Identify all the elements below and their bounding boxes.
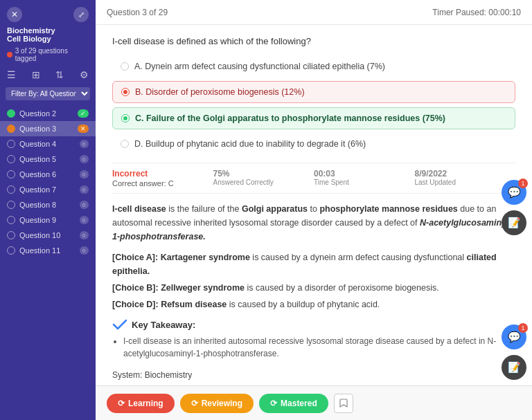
key-takeaway: Key Takeaway: I-cell disease is an inher…: [112, 318, 515, 360]
sidebar-item-q6[interactable]: Question 6 ○: [0, 167, 96, 182]
q8-status-icon: [7, 201, 15, 209]
sidebar-header: ✕ ⤢: [0, 0, 96, 26]
stat-time: 00:03 Time Spent: [314, 169, 415, 186]
q2-badge: ✓: [78, 109, 89, 118]
sidebar-item-q8[interactable]: Question 8 ○: [0, 197, 96, 212]
bottom-bar: ⟳ Learning ⟳ Reviewing ⟳ Mastered: [96, 385, 532, 420]
sidebar-item-q3[interactable]: Question 3 ✕: [0, 121, 96, 136]
q7-status-icon: [7, 185, 15, 194]
q5-label: Question 5: [19, 155, 56, 163]
answer-option-b[interactable]: B. Disorder of peroxisome biogenesis (12…: [112, 81, 515, 103]
radio-c: [121, 114, 130, 122]
badge-text: 3 of 29 questions tagged: [15, 47, 89, 62]
answer-option-c[interactable]: C. Failure of the Golgi apparatus to pho…: [112, 107, 515, 129]
q3-status-icon: [7, 125, 15, 133]
grid-view-button[interactable]: ⊞: [30, 68, 42, 82]
timer-display: Timer Paused: 00:00:10: [432, 8, 521, 17]
settings-button[interactable]: ⚙: [78, 68, 90, 82]
time-sub: Time Spent: [314, 179, 415, 186]
percent-value: 75%: [213, 169, 314, 179]
result-label: Incorrect: [112, 169, 213, 179]
sidebar-item-q10[interactable]: Question 10 ○: [0, 228, 96, 243]
time-value: 00:03: [314, 169, 415, 179]
choice-d-explanation: [Choice D]: Refsum disease is caused by …: [112, 298, 515, 311]
content-wrap: Question 3 of 29 Timer Paused: 00:00:10 …: [96, 0, 532, 420]
q3-badge: ✕: [78, 125, 89, 133]
correct-answer-label: Correct answer: C: [112, 179, 213, 188]
q11-label: Question 11: [19, 246, 60, 255]
bookmark-icon: [339, 399, 348, 408]
sidebar-item-q5[interactable]: Question 5 ○: [0, 152, 96, 167]
q6-status-icon: [7, 170, 15, 179]
answer-a-text: A. Dynein arm defect causing dysfunction…: [134, 62, 385, 71]
mastered-icon: ⟳: [270, 399, 277, 408]
key-takeaway-item: I-cell disease is an inherited autosomal…: [123, 335, 515, 360]
q10-label: Question 10: [19, 231, 60, 239]
list-view-button[interactable]: ☰: [6, 68, 17, 82]
radio-a: [121, 62, 129, 71]
sidebar-item-q2[interactable]: Question 2 ✓: [0, 106, 96, 121]
system-label: System: Biochemistry: [112, 368, 515, 383]
question-text: I-cell disease is defined as which of th…: [112, 36, 515, 46]
stat-date: 8/9/2022 Last Updated: [415, 169, 516, 186]
answer-option-d[interactable]: D. Buildup of phytanic acid due to inabi…: [112, 134, 515, 154]
q2-label: Question 2: [19, 109, 56, 118]
sidebar-icon-row: ☰ ⊞ ⇅ ⚙: [0, 65, 96, 84]
q7-label: Question 7: [19, 185, 56, 194]
q6-badge: ○: [80, 170, 89, 179]
float-buttons-mid: 💬 1 📝: [502, 180, 526, 235]
mastered-button[interactable]: ⟳ Mastered: [259, 394, 328, 413]
date-sub: Last Updated: [415, 179, 516, 186]
q3-label: Question 3: [19, 125, 56, 133]
sidebar-title: Biochemistry Cell Biology: [0, 26, 96, 44]
sidebar-item-q4[interactable]: Question 4 ○: [0, 136, 96, 152]
reviewing-icon: ⟳: [191, 399, 198, 408]
note-float-button-2[interactable]: 📝: [502, 355, 526, 380]
system-subject: System: Biochemistry Subject: Cell Biolo…: [112, 368, 515, 385]
q6-label: Question 6: [19, 170, 56, 179]
learning-icon: ⟳: [118, 399, 125, 408]
key-takeaway-title: Key Takeaway:: [112, 318, 515, 331]
q7-badge: ○: [80, 185, 89, 194]
q9-status-icon: [7, 216, 15, 224]
radio-b: [121, 88, 130, 96]
answer-option-a[interactable]: A. Dynein arm defect causing dysfunction…: [112, 56, 515, 77]
chat-float-button-2[interactable]: 💬 1: [502, 325, 526, 349]
sidebar-item-q7[interactable]: Question 7 ○: [0, 182, 96, 197]
reviewing-button[interactable]: ⟳ Reviewing: [180, 394, 254, 413]
note-float-button[interactable]: 📝: [502, 210, 526, 235]
sort-button[interactable]: ⇅: [54, 68, 65, 82]
chat-float-button[interactable]: 💬 1: [502, 180, 526, 205]
q4-status-icon: [7, 140, 15, 148]
sidebar-badge: 3 of 29 questions tagged: [0, 44, 96, 65]
filter-select[interactable]: Filter By: All Questions Incorrect Corre…: [6, 87, 90, 100]
sidebar-item-q9[interactable]: Question 9 ○: [0, 212, 96, 228]
chat-badge: 1: [518, 179, 528, 188]
question-progress: Question 3 of 29: [107, 8, 168, 17]
q10-badge: ○: [80, 231, 89, 239]
q11-badge: ○: [80, 246, 89, 255]
q11-status-icon: [7, 246, 15, 255]
q10-status-icon: [7, 231, 15, 239]
close-button[interactable]: ✕: [7, 7, 22, 22]
q2-status-icon: [7, 109, 15, 118]
choice-a-explanation: [Choice A]: Kartagener syndrome is cause…: [112, 250, 515, 278]
q9-badge: ○: [80, 216, 89, 224]
radio-d: [121, 140, 129, 148]
percent-sub: Answered Correctly: [213, 179, 314, 186]
sidebar-item-q11[interactable]: Question 11 ○: [0, 243, 96, 258]
expand-button[interactable]: ⤢: [73, 7, 89, 22]
float-buttons-bottom: 💬 1 📝: [502, 325, 526, 380]
explanation-main: I-cell disease is the failure of the Gol…: [112, 202, 515, 244]
bookmark-button[interactable]: [334, 394, 353, 413]
subject-label: Biochemistry: [7, 26, 89, 35]
answer-c-text: C. Failure of the Golgi apparatus to pho…: [135, 113, 445, 123]
learning-button[interactable]: ⟳ Learning: [107, 394, 175, 413]
q9-label: Question 9: [19, 216, 56, 224]
chat-badge-2: 1: [518, 323, 528, 333]
stats-row: Incorrect Correct answer: C 75% Answered…: [112, 163, 515, 194]
red-dot-icon: [7, 52, 12, 57]
q8-badge: ○: [80, 201, 89, 209]
stat-percent: 75% Answered Correctly: [213, 169, 314, 186]
answer-d-text: D. Buildup of phytanic acid due to inabi…: [134, 139, 366, 149]
